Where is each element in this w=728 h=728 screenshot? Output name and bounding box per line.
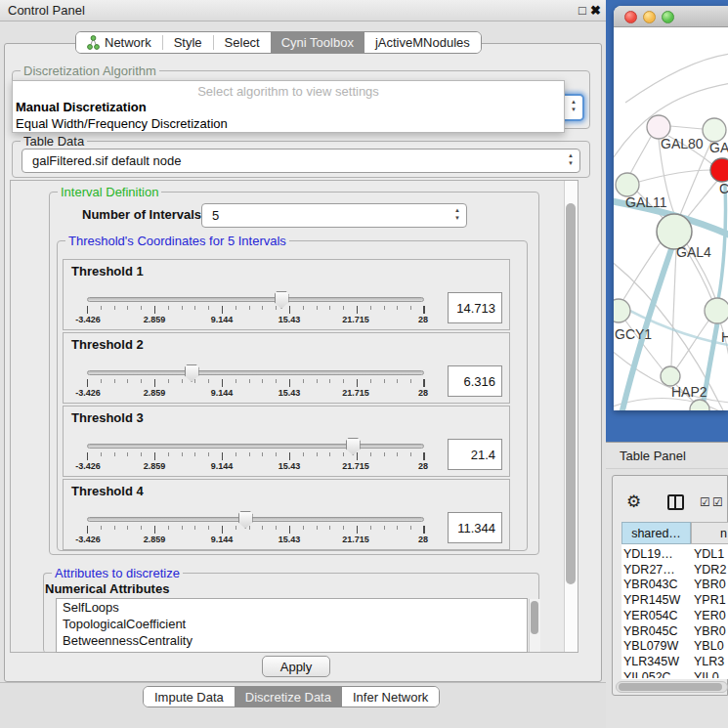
threshold-1-panel: Threshold 1 -3.4262.8599.14415.4321.7152… <box>63 259 510 330</box>
table-row[interactable]: YDR27…YDR2 <box>621 563 728 578</box>
tab-style[interactable]: Style <box>163 32 213 53</box>
table-panel-title: Table Panel <box>620 449 686 463</box>
table-row[interactable]: YIL052CYIL0 <box>621 670 728 678</box>
apply-button[interactable]: Apply <box>262 656 330 677</box>
tab-infer-network[interactable]: Infer Network <box>342 687 439 707</box>
slider-ticks <box>87 379 425 388</box>
table-horizontal-scrollbar-thumb[interactable] <box>619 683 722 691</box>
network-icon <box>87 35 100 50</box>
node-label: GAL4 <box>676 244 711 260</box>
node-hap2[interactable] <box>661 366 680 386</box>
slider-ticks <box>87 526 425 535</box>
node-label: HAP2 <box>671 384 707 400</box>
network-canvas[interactable]: GAL80 GA GAL11 C GAL4 GCY1 H HAP2 <box>614 27 728 410</box>
table-row[interactable]: YDL19…YDL1 <box>621 547 728 563</box>
cyni-mode-tabs: Impute Data Discretize Data Infer Networ… <box>143 686 440 707</box>
list-item[interactable]: TopologicalCoefficient <box>57 616 527 632</box>
dropdown-option-equal-width[interactable]: Equal Width/Frequency Discretization <box>16 116 228 131</box>
number-of-intervals-label: Number of Intervals <box>82 207 201 222</box>
zoom-traffic-light[interactable] <box>662 11 674 23</box>
column-header-name[interactable]: n <box>691 522 728 544</box>
table-row[interactable]: YBL079WYBL0 <box>621 639 728 655</box>
minimize-traffic-light[interactable] <box>643 11 656 23</box>
table-row[interactable]: YBR043CYBR0 <box>621 578 728 593</box>
node-selected-red[interactable] <box>710 158 728 182</box>
checkbox-icon[interactable]: ☑ <box>700 495 710 509</box>
node-table: shared… n YDL19…YDL1 YDR27…YDR2 YBR043CY… <box>621 522 728 678</box>
table-row[interactable]: YBR045CYBR0 <box>621 624 728 640</box>
group-title: Table Data <box>21 134 87 149</box>
node-label: GCY1 <box>615 326 652 342</box>
control-panel-tabs: Network Style Select Cyni Toolbox jActiv… <box>75 31 482 54</box>
tab-network[interactable]: Network <box>76 32 162 53</box>
table-row[interactable]: YER054CYER0 <box>621 609 728 624</box>
slider-ticks <box>87 452 425 461</box>
stepper-arrows-icon: ▲▼ <box>568 151 574 167</box>
threshold-1-value-field[interactable]: 14.713 <box>448 292 502 323</box>
list-item[interactable]: SelfLoops <box>57 599 527 616</box>
gear-icon[interactable]: ⚙ <box>626 492 641 512</box>
dropdown-option-manual[interactable]: Manual Discretization <box>16 100 147 114</box>
slider-ticks <box>87 306 425 315</box>
panel-title: Control Panel <box>8 3 85 18</box>
numerical-attributes-label: Numerical Attributes <box>45 581 169 596</box>
node-label: GA <box>709 140 728 155</box>
group-title: Threshold's Coordinates for 5 Intervals <box>65 234 289 248</box>
threshold-4-panel: Threshold 4 -3.4262.8599.14415.4321.7152… <box>63 479 510 550</box>
threshold-3-value-field[interactable]: 21.4 <box>448 439 502 470</box>
group-title: Attributes to discretize <box>52 566 183 580</box>
stepper-arrows-icon: ▲▼ <box>571 98 577 113</box>
table-data-combobox[interactable]: galFiltered.sif default node ▲▼ <box>21 149 580 173</box>
threshold-3-panel: Threshold 3 -3.4262.8599.14415.4321.7152… <box>63 406 510 477</box>
tab-jactivemnodules[interactable]: jActiveMNodules <box>364 32 481 53</box>
node-label: C <box>719 181 728 196</box>
node-label: GAL80 <box>661 136 704 151</box>
node-label: H <box>721 329 728 345</box>
close-icon[interactable]: ✖ <box>590 3 601 18</box>
columns-icon[interactable] <box>667 494 684 510</box>
node-top-right[interactable] <box>703 118 726 142</box>
number-of-intervals-combobox[interactable]: 5 ▲▼ <box>201 203 467 228</box>
group-title: Interval Definition <box>58 185 161 199</box>
stepper-arrows-icon: ▲▼ <box>454 206 460 222</box>
threshold-3-slider[interactable] <box>87 444 424 449</box>
threshold-4-value-field[interactable]: 11.344 <box>448 512 502 543</box>
threshold-4-slider[interactable] <box>87 517 424 522</box>
node-label: GAL11 <box>625 194 667 210</box>
float-window-icon[interactable]: □ <box>578 3 586 18</box>
node-gcy1[interactable] <box>614 299 630 322</box>
table-row[interactable]: YLR345WYLR3 <box>621 655 728 670</box>
vertical-scrollbar-thumb[interactable] <box>566 203 576 584</box>
control-panel-titlebar: Control Panel □ ✖ <box>0 0 606 21</box>
list-item[interactable]: BetweennessCentrality <box>57 632 527 649</box>
node-gal11[interactable] <box>616 173 639 196</box>
checkbox-icon[interactable]: ☑ <box>712 495 723 509</box>
group-title: Discretization Algorithm <box>21 64 159 78</box>
root: Control Panel □ ✖ Network Style Select C… <box>0 0 728 728</box>
threshold-2-value-field[interactable]: 6.316 <box>448 365 502 397</box>
table-panel-titlebar: Table Panel <box>606 442 728 469</box>
threshold-2-slider[interactable] <box>87 370 424 375</box>
tab-cyni-toolbox[interactable]: Cyni Toolbox <box>271 32 364 53</box>
table-row[interactable]: YPR145WYPR1 <box>621 593 728 609</box>
dropdown-hint: Select algorithm to view settings <box>13 84 564 99</box>
tab-impute-data[interactable]: Impute Data <box>144 687 235 707</box>
attributes-scrollbar-thumb[interactable] <box>531 601 538 634</box>
tab-discretize-data[interactable]: Discretize Data <box>235 687 342 707</box>
threshold-2-panel: Threshold 2 -3.4262.8599.14415.4321.7152… <box>63 332 510 404</box>
column-header-shared[interactable]: shared… <box>621 522 691 544</box>
node-h[interactable] <box>705 298 728 323</box>
algorithm-dropdown-popup: Select algorithm to view settings Manual… <box>12 80 565 133</box>
tab-select[interactable]: Select <box>214 32 271 53</box>
close-traffic-light[interactable] <box>624 11 637 23</box>
attributes-list: SelfLoops TopologicalCoefficient Between… <box>56 598 528 653</box>
threshold-1-slider[interactable] <box>87 297 424 302</box>
